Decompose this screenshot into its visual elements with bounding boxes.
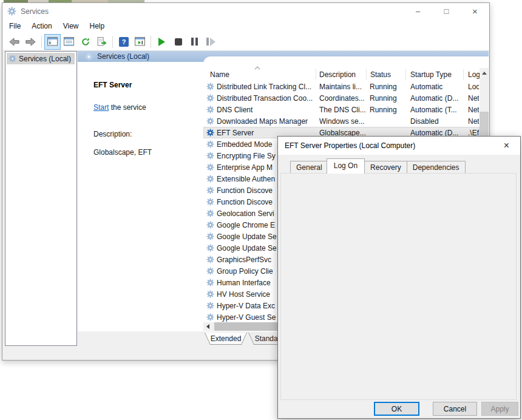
column-header-status[interactable]: Status [370, 70, 391, 79]
toolbar-separator [151, 36, 151, 48]
scroll-left-icon[interactable] [206, 324, 209, 329]
tab-recovery[interactable]: Recovery [364, 161, 407, 174]
service-gear-icon [206, 163, 214, 171]
restart-service-icon[interactable] [203, 34, 219, 50]
tab-dependencies[interactable]: Dependencies [407, 161, 466, 174]
menu-bar: File Action View Help [2, 19, 489, 33]
service-gear-icon [206, 221, 214, 229]
service-gear-icon [206, 106, 214, 113]
back-arrow-icon[interactable] [6, 34, 22, 50]
cell-logon: Net [468, 117, 479, 126]
service-gear-icon [206, 129, 214, 137]
service-gear-icon [206, 94, 214, 102]
column-divider[interactable] [463, 69, 464, 80]
service-gear-icon [206, 198, 214, 206]
ok-button[interactable]: OK [374, 402, 419, 416]
tab-extended[interactable]: Extended [205, 333, 247, 345]
column-header-logon[interactable]: Log [468, 70, 480, 79]
service-gear-icon [206, 186, 214, 194]
help-icon[interactable] [115, 34, 132, 50]
column-divider[interactable] [405, 69, 406, 80]
service-gear-icon [206, 244, 214, 252]
cancel-button[interactable]: Cancel [433, 402, 477, 416]
cell-startup: Disabled [410, 117, 463, 126]
service-action-text: Start the service [93, 103, 146, 112]
menu-view[interactable]: View [58, 22, 84, 30]
cell-startup: Automatic (T... [410, 106, 463, 114]
service-gear-icon [206, 117, 214, 125]
show-console-tree-icon[interactable] [44, 34, 61, 50]
dialog-title-bar[interactable]: EFT Server Properties (Local Computer) × [278, 137, 520, 155]
service-gear-icon [206, 313, 214, 321]
service-gear-icon [206, 175, 214, 183]
show-action-pane-icon[interactable] [132, 34, 148, 50]
tab-general[interactable]: General [290, 161, 328, 174]
table-row[interactable]: Downloaded Maps ManagerWindows se...Disa… [203, 115, 480, 127]
toolbar-separator [41, 36, 42, 48]
toolbar-separator [112, 36, 113, 48]
tab-extended-label: Extended [211, 334, 242, 343]
cell-logon: Net [468, 94, 479, 103]
table-row[interactable]: Distributed Transaction Coo...Coordinate… [203, 92, 480, 104]
menu-action[interactable]: Action [26, 22, 57, 30]
column-divider[interactable] [366, 69, 367, 80]
properties-window-icon[interactable] [61, 34, 77, 50]
list-header: Name Description Status Startup Type Log [203, 68, 480, 81]
service-gear-icon [206, 290, 214, 298]
maximize-button[interactable]: □ [432, 3, 461, 19]
start-service-icon[interactable] [154, 34, 170, 50]
minimize-button[interactable]: – [404, 3, 432, 19]
service-gear-icon [206, 140, 214, 148]
column-header-startup-type[interactable]: Startup Type [410, 70, 452, 79]
service-gear-icon [206, 279, 214, 286]
pane-header-label: Services (Local) [97, 52, 149, 61]
services-app-icon [7, 7, 16, 16]
tab-log-on[interactable]: Log On [327, 158, 365, 174]
description-label: Description: [93, 130, 132, 138]
refresh-icon[interactable] [77, 34, 93, 50]
dialog-tabs: General Log On Recovery Dependencies [290, 159, 465, 174]
sort-ascending-icon [254, 66, 260, 70]
menu-file[interactable]: File [4, 22, 26, 30]
cell-startup: Automatic [410, 83, 463, 91]
service-gear-icon [206, 302, 214, 310]
cell-logon: Net [468, 106, 479, 114]
table-row[interactable]: DNS ClientThe DNS Cli...RunningAutomatic… [203, 104, 480, 115]
cell-startup: Automatic (D... [410, 94, 463, 103]
export-list-icon[interactable] [93, 34, 110, 50]
start-service-link[interactable]: Start [93, 103, 109, 112]
apply-button[interactable]: Apply [481, 402, 518, 416]
service-gear-icon [206, 232, 214, 240]
start-suffix: the service [109, 103, 146, 112]
cell-status: Running [370, 83, 405, 91]
cell-logon: Loc [468, 83, 479, 91]
service-gear-icon [206, 152, 214, 160]
cell-desc: The DNS Cli... [319, 106, 365, 114]
stop-service-icon[interactable] [170, 34, 186, 50]
cell-desc: Windows se... [319, 117, 365, 126]
scroll-up-icon[interactable] [482, 72, 487, 75]
menu-help[interactable]: Help [84, 22, 110, 30]
service-gear-icon [206, 267, 214, 275]
eft-properties-dialog: EFT Server Properties (Local Computer) ×… [277, 136, 521, 419]
cell-desc: Coordinates... [319, 94, 365, 103]
description-value: Globalscape, EFT [93, 148, 152, 157]
dialog-close-icon[interactable]: × [493, 137, 520, 155]
service-gear-icon [206, 256, 214, 263]
forward-arrow-icon[interactable] [22, 34, 39, 50]
column-header-name[interactable]: Name [210, 70, 229, 79]
cell-name: Distributed Link Tracking Cl... [217, 83, 315, 91]
column-divider[interactable] [316, 69, 316, 80]
pause-service-icon[interactable] [186, 34, 203, 50]
cell-status: Running [370, 106, 405, 114]
sidebar-item-services-local[interactable]: Services (Local) [7, 53, 75, 64]
cell-status: Running [370, 94, 405, 103]
tree-item-label: Services (Local) [19, 55, 71, 63]
service-description: Description: Globalscape, EFT [93, 130, 152, 157]
table-row[interactable]: Distributed Link Tracking Cl...Maintains… [203, 81, 480, 92]
close-button[interactable]: × [461, 3, 489, 19]
toolbar [2, 33, 489, 51]
cell-name: DNS Client [217, 106, 315, 114]
column-header-description[interactable]: Description [319, 70, 356, 79]
title-bar[interactable]: Services – □ × [2, 3, 489, 19]
